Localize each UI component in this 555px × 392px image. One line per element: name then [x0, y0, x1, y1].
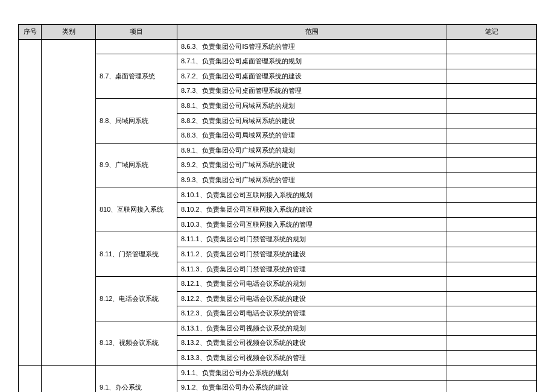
cell-scope: 8.8.1、负责集团公司局域网系统的规划 [177, 98, 446, 113]
cell-scope: 8.7.3、负责集团公司桌面管理系统的管理 [177, 84, 446, 99]
cell-scope: 8.7.1、负责集团公司桌面管理系统的规划 [177, 54, 446, 69]
cell-scope: 8.10.2、负责集团公司互联网接入系统的建设 [177, 203, 446, 218]
cell-note [446, 262, 537, 277]
cell-note [446, 336, 537, 351]
header-note: 笔记 [446, 25, 537, 40]
cell-note [446, 291, 537, 306]
cell-note [446, 113, 537, 128]
table-row: 9 基础应用平台 9.1、办公系统 9.1.1、负责集团公司办公系统的规划 [19, 365, 537, 381]
cell-note [446, 365, 537, 381]
table-row: 8.7、桌面管理系统 8.7.1、负责集团公司桌面管理系统的规划 [19, 54, 537, 69]
cell-scope: 8.13.2、负责集团公司视频会议系统的建设 [177, 336, 446, 351]
cell-note [446, 188, 537, 203]
header-seq: 序号 [19, 25, 42, 40]
cell-note [446, 172, 537, 188]
cell-scope: 8.8.2、负责集团公司局域网系统的建设 [177, 113, 446, 128]
cell-scope: 8.9.3、负责集团公司广域网系统的管理 [177, 172, 446, 188]
header-cat: 类别 [42, 25, 96, 40]
cell-note [446, 98, 537, 113]
cell-scope: 9.1.2、负责集团公司办公系统的建设 [177, 381, 446, 392]
cell-seq: 9 [19, 365, 42, 392]
table-row: 8.12、电话会议系统 8.12.1、负责集团公司电话会议系统的规划 [19, 277, 537, 292]
cell-note [446, 84, 537, 99]
cell-scope: 8.11.1、负责集团公司门禁管理系统的规划 [177, 232, 446, 247]
cell-note [446, 143, 537, 158]
cell-note [446, 54, 537, 69]
cell-scope: 8.7.2、负责集团公司桌面管理系统的建设 [177, 69, 446, 84]
cell-scope: 8.6.3、负责集团公司IS管理系统的管理 [177, 39, 446, 54]
cell-cat: 基础应用平台 [42, 365, 96, 392]
cell-note [446, 232, 537, 247]
table-row: 8.13、视频会议系统 8.13.1、负责集团公司视频会议系统的规划 [19, 321, 537, 336]
table-header-row: 序号 类别 项目 范围 笔记 [19, 25, 537, 40]
cell-scope: 8.12.2、负责集团公司电话会议系统的建设 [177, 291, 446, 306]
cell-scope: 8.9.1、负责集团公司广域网系统的规划 [177, 143, 446, 158]
cell-scope: 8.12.3、负责集团公司电话会议系统的管理 [177, 306, 446, 321]
cell-scope: 8.10.1、负责集团公司互联网接入系统的规划 [177, 188, 446, 203]
cell-note [446, 381, 537, 392]
cell-note [446, 277, 537, 292]
table-row: 8.9、广域网系统 8.9.1、负责集团公司广域网系统的规划 [19, 143, 537, 158]
table-row: 810、互联网接入系统 8.10.1、负责集团公司互联网接入系统的规划 [19, 188, 537, 203]
cell-note [446, 247, 537, 262]
cell-scope: 8.10.3、负责集团公司互联网接入系统的管理 [177, 217, 446, 232]
cell-seq [19, 39, 42, 365]
cell-proj: 8.11、门禁管理系统 [96, 232, 177, 277]
cell-scope: 8.11.2、负责集团公司门禁管理系统的建设 [177, 247, 446, 262]
cell-note [446, 128, 537, 144]
cell-proj: 9.1、办公系统 [96, 365, 177, 392]
cell-proj: 8.9、广域网系统 [96, 143, 177, 188]
cell-note [446, 351, 537, 366]
cell-note [446, 217, 537, 232]
cell-note [446, 321, 537, 336]
cell-scope: 8.13.1、负责集团公司视频会议系统的规划 [177, 321, 446, 336]
header-scope: 范围 [177, 25, 446, 40]
cell-proj: 8.8、局域网系统 [96, 98, 177, 143]
header-proj: 项目 [96, 25, 177, 40]
cell-proj [96, 39, 177, 54]
spec-table: 序号 类别 项目 范围 笔记 8.6.3、负责集团公司IS管理系统的管理 8.7… [18, 24, 537, 392]
cell-proj: 8.12、电话会议系统 [96, 277, 177, 321]
cell-scope: 8.9.2、负责集团公司广域网系统的建设 [177, 158, 446, 173]
cell-scope: 8.8.3、负责集团公司局域网系统的管理 [177, 128, 446, 144]
cell-note [446, 158, 537, 173]
cell-proj: 810、互联网接入系统 [96, 188, 177, 232]
cell-scope: 9.1.1、负责集团公司办公系统的规划 [177, 365, 446, 381]
table-row: 8.8、局域网系统 8.8.1、负责集团公司局域网系统的规划 [19, 98, 537, 113]
cell-note [446, 306, 537, 321]
cell-scope: 8.12.1、负责集团公司电话会议系统的规划 [177, 277, 446, 292]
table-row: 8.6.3、负责集团公司IS管理系统的管理 [19, 39, 537, 54]
cell-note [446, 39, 537, 54]
cell-scope: 8.13.3、负责集团公司视频会议系统的管理 [177, 351, 446, 366]
cell-proj: 8.13、视频会议系统 [96, 321, 177, 365]
cell-proj: 8.7、桌面管理系统 [96, 54, 177, 99]
cell-cat [42, 39, 96, 365]
cell-note [446, 203, 537, 218]
table-row: 8.11、门禁管理系统 8.11.1、负责集团公司门禁管理系统的规划 [19, 232, 537, 247]
cell-note [446, 69, 537, 84]
cell-scope: 8.11.3、负责集团公司门禁管理系统的管理 [177, 262, 446, 277]
